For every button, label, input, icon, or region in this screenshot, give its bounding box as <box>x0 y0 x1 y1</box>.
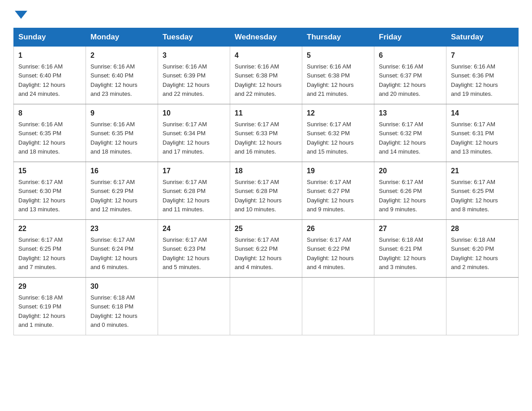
calendar-day-header: Sunday <box>14 28 86 47</box>
day-number: 26 <box>307 223 369 234</box>
day-info: Sunrise: 6:17 AMSunset: 6:28 PMDaylight:… <box>235 179 282 213</box>
day-info: Sunrise: 6:17 AMSunset: 6:34 PMDaylight:… <box>163 121 210 155</box>
day-number: 8 <box>18 108 81 119</box>
calendar-table: SundayMondayTuesdayWednesdayThursdayFrid… <box>13 28 519 335</box>
day-number: 30 <box>90 281 153 292</box>
calendar-day-header: Wednesday <box>230 28 302 47</box>
calendar-day-cell: 8 Sunrise: 6:16 AMSunset: 6:35 PMDayligh… <box>14 104 86 162</box>
calendar-day-cell: 12 Sunrise: 6:17 AMSunset: 6:32 PMDaylig… <box>302 104 374 162</box>
calendar-day-cell: 25 Sunrise: 6:17 AMSunset: 6:22 PMDaylig… <box>230 220 302 278</box>
day-info: Sunrise: 6:17 AMSunset: 6:25 PMDaylight:… <box>18 236 65 270</box>
calendar-day-cell: 7 Sunrise: 6:16 AMSunset: 6:36 PMDayligh… <box>446 47 519 104</box>
day-number: 2 <box>90 50 153 61</box>
calendar-day-cell: 24 Sunrise: 6:17 AMSunset: 6:23 PMDaylig… <box>158 220 230 278</box>
calendar-day-cell: 11 Sunrise: 6:17 AMSunset: 6:33 PMDaylig… <box>230 104 302 162</box>
day-info: Sunrise: 6:17 AMSunset: 6:29 PMDaylight:… <box>90 179 137 213</box>
day-number: 6 <box>379 50 442 61</box>
calendar-day-cell: 28 Sunrise: 6:18 AMSunset: 6:20 PMDaylig… <box>446 220 519 278</box>
day-number: 23 <box>90 223 153 234</box>
day-info: Sunrise: 6:16 AMSunset: 6:40 PMDaylight:… <box>18 63 65 97</box>
day-number: 10 <box>163 108 225 119</box>
day-number: 5 <box>307 50 369 61</box>
day-info: Sunrise: 6:16 AMSunset: 6:38 PMDaylight:… <box>235 63 282 97</box>
day-info: Sunrise: 6:17 AMSunset: 6:33 PMDaylight:… <box>235 121 282 155</box>
calendar-day-header: Tuesday <box>158 28 230 47</box>
calendar-day-cell: 16 Sunrise: 6:17 AMSunset: 6:29 PMDaylig… <box>86 162 158 220</box>
calendar-day-cell: 4 Sunrise: 6:16 AMSunset: 6:38 PMDayligh… <box>230 47 302 104</box>
calendar-day-cell <box>302 278 374 335</box>
day-number: 3 <box>163 50 225 61</box>
day-info: Sunrise: 6:17 AMSunset: 6:31 PMDaylight:… <box>451 121 498 155</box>
calendar-day-cell: 17 Sunrise: 6:17 AMSunset: 6:28 PMDaylig… <box>158 162 230 220</box>
day-info: Sunrise: 6:16 AMSunset: 6:39 PMDaylight:… <box>163 63 210 97</box>
day-info: Sunrise: 6:16 AMSunset: 6:35 PMDaylight:… <box>90 121 137 155</box>
day-info: Sunrise: 6:17 AMSunset: 6:28 PMDaylight:… <box>163 179 210 213</box>
calendar-day-cell: 20 Sunrise: 6:17 AMSunset: 6:26 PMDaylig… <box>374 162 446 220</box>
calendar-day-cell: 9 Sunrise: 6:16 AMSunset: 6:35 PMDayligh… <box>86 104 158 162</box>
calendar-day-cell: 30 Sunrise: 6:18 AMSunset: 6:18 PMDaylig… <box>86 278 158 335</box>
day-info: Sunrise: 6:17 AMSunset: 6:32 PMDaylight:… <box>307 121 354 155</box>
day-info: Sunrise: 6:17 AMSunset: 6:27 PMDaylight:… <box>307 179 354 213</box>
day-number: 29 <box>18 281 81 292</box>
calendar-day-cell: 2 Sunrise: 6:16 AMSunset: 6:40 PMDayligh… <box>86 47 158 104</box>
calendar-week-row: 1 Sunrise: 6:16 AMSunset: 6:40 PMDayligh… <box>14 47 519 104</box>
day-number: 18 <box>235 166 297 176</box>
day-info: Sunrise: 6:17 AMSunset: 6:23 PMDaylight:… <box>163 236 210 270</box>
day-number: 25 <box>235 223 297 234</box>
day-info: Sunrise: 6:18 AMSunset: 6:21 PMDaylight:… <box>379 236 426 270</box>
calendar-header-row: SundayMondayTuesdayWednesdayThursdayFrid… <box>14 28 519 47</box>
day-info: Sunrise: 6:17 AMSunset: 6:22 PMDaylight:… <box>307 236 354 270</box>
day-number: 15 <box>18 166 81 176</box>
day-info: Sunrise: 6:16 AMSunset: 6:40 PMDaylight:… <box>90 63 137 97</box>
calendar-day-header: Friday <box>374 28 446 47</box>
day-number: 11 <box>235 108 297 119</box>
calendar-day-cell <box>230 278 302 335</box>
page-header <box>13 9 519 19</box>
day-number: 21 <box>451 166 514 176</box>
calendar-day-cell: 13 Sunrise: 6:17 AMSunset: 6:32 PMDaylig… <box>374 104 446 162</box>
day-info: Sunrise: 6:16 AMSunset: 6:37 PMDaylight:… <box>379 63 426 97</box>
calendar-day-cell: 26 Sunrise: 6:17 AMSunset: 6:22 PMDaylig… <box>302 220 374 278</box>
calendar-day-cell: 22 Sunrise: 6:17 AMSunset: 6:25 PMDaylig… <box>14 220 86 278</box>
calendar-week-row: 22 Sunrise: 6:17 AMSunset: 6:25 PMDaylig… <box>14 220 519 278</box>
day-number: 22 <box>18 223 81 234</box>
day-number: 4 <box>235 50 297 61</box>
day-number: 27 <box>379 223 442 234</box>
calendar-week-row: 15 Sunrise: 6:17 AMSunset: 6:30 PMDaylig… <box>14 162 519 220</box>
day-info: Sunrise: 6:18 AMSunset: 6:19 PMDaylight:… <box>18 294 65 328</box>
day-info: Sunrise: 6:16 AMSunset: 6:38 PMDaylight:… <box>307 63 354 97</box>
logo <box>13 9 27 19</box>
day-info: Sunrise: 6:17 AMSunset: 6:30 PMDaylight:… <box>18 179 65 213</box>
calendar-day-cell: 10 Sunrise: 6:17 AMSunset: 6:34 PMDaylig… <box>158 104 230 162</box>
day-info: Sunrise: 6:17 AMSunset: 6:22 PMDaylight:… <box>235 236 282 270</box>
calendar-day-cell: 23 Sunrise: 6:17 AMSunset: 6:24 PMDaylig… <box>86 220 158 278</box>
calendar-day-cell: 6 Sunrise: 6:16 AMSunset: 6:37 PMDayligh… <box>374 47 446 104</box>
day-number: 7 <box>451 50 514 61</box>
day-info: Sunrise: 6:17 AMSunset: 6:32 PMDaylight:… <box>379 121 426 155</box>
calendar-day-cell: 1 Sunrise: 6:16 AMSunset: 6:40 PMDayligh… <box>14 47 86 104</box>
calendar-week-row: 29 Sunrise: 6:18 AMSunset: 6:19 PMDaylig… <box>14 278 519 335</box>
calendar-day-cell: 5 Sunrise: 6:16 AMSunset: 6:38 PMDayligh… <box>302 47 374 104</box>
calendar-day-cell: 19 Sunrise: 6:17 AMSunset: 6:27 PMDaylig… <box>302 162 374 220</box>
calendar-day-cell: 29 Sunrise: 6:18 AMSunset: 6:19 PMDaylig… <box>14 278 86 335</box>
calendar-day-cell: 15 Sunrise: 6:17 AMSunset: 6:30 PMDaylig… <box>14 162 86 220</box>
calendar-day-header: Saturday <box>446 28 519 47</box>
calendar-day-cell <box>446 278 519 335</box>
day-info: Sunrise: 6:18 AMSunset: 6:18 PMDaylight:… <box>90 294 137 328</box>
day-info: Sunrise: 6:17 AMSunset: 6:24 PMDaylight:… <box>90 236 137 270</box>
day-number: 14 <box>451 108 514 119</box>
calendar-day-cell <box>374 278 446 335</box>
day-number: 20 <box>379 166 442 176</box>
day-info: Sunrise: 6:18 AMSunset: 6:20 PMDaylight:… <box>451 236 498 270</box>
calendar-day-header: Monday <box>86 28 158 47</box>
day-number: 17 <box>163 166 225 176</box>
day-number: 1 <box>18 50 81 61</box>
day-info: Sunrise: 6:17 AMSunset: 6:26 PMDaylight:… <box>379 179 426 213</box>
day-number: 19 <box>307 166 369 176</box>
day-number: 13 <box>379 108 442 119</box>
calendar-day-cell: 3 Sunrise: 6:16 AMSunset: 6:39 PMDayligh… <box>158 47 230 104</box>
day-number: 28 <box>451 223 514 234</box>
calendar-day-cell: 14 Sunrise: 6:17 AMSunset: 6:31 PMDaylig… <box>446 104 519 162</box>
day-info: Sunrise: 6:17 AMSunset: 6:25 PMDaylight:… <box>451 179 498 213</box>
calendar-week-row: 8 Sunrise: 6:16 AMSunset: 6:35 PMDayligh… <box>14 104 519 162</box>
